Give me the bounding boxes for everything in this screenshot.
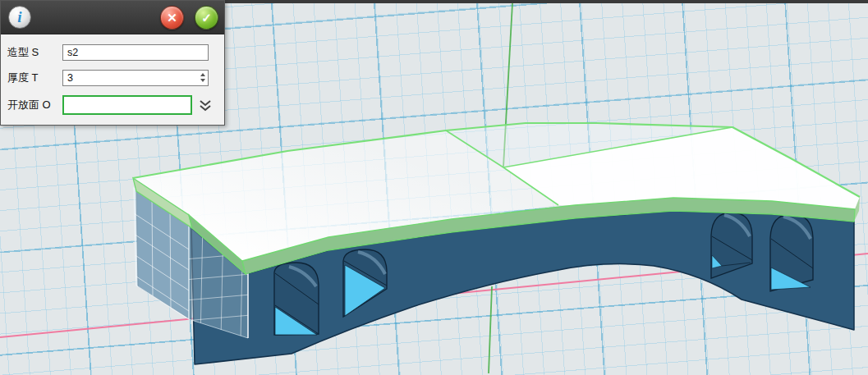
dialog-body: 造型 S s2 厚度 T 3 开放面 O bbox=[1, 34, 224, 125]
thickness-spinner[interactable] bbox=[200, 73, 205, 82]
spin-up-icon[interactable] bbox=[200, 73, 205, 76]
open-face-row: 开放面 O bbox=[7, 95, 218, 115]
thickness-row: 厚度 T 3 bbox=[7, 70, 218, 86]
thickness-value: 3 bbox=[67, 72, 73, 84]
dialog-title-bar: i ✕ ✓ bbox=[1, 1, 224, 34]
shape-value: s2 bbox=[67, 47, 78, 58]
info-icon[interactable]: i bbox=[8, 6, 31, 29]
arch-window-4[interactable] bbox=[770, 214, 813, 291]
shape-label: 造型 S bbox=[7, 45, 62, 60]
expand-chevron-icon[interactable] bbox=[199, 99, 212, 112]
shell-options-dialog: i ✕ ✓ 造型 S s2 厚度 T 3 bbox=[0, 0, 225, 126]
cancel-button[interactable]: ✕ bbox=[160, 6, 184, 30]
arch-window-1[interactable] bbox=[274, 263, 319, 335]
viewport-3d[interactable]: i ✕ ✓ 造型 S s2 厚度 T 3 bbox=[0, 0, 868, 375]
open-face-label: 开放面 O bbox=[7, 98, 62, 112]
spin-down-icon[interactable] bbox=[200, 79, 205, 82]
open-face-input[interactable] bbox=[62, 95, 192, 115]
thickness-input[interactable]: 3 bbox=[62, 70, 209, 86]
shape-row: 造型 S s2 bbox=[7, 44, 218, 61]
confirm-button[interactable]: ✓ bbox=[195, 6, 218, 30]
shape-input[interactable]: s2 bbox=[62, 44, 209, 61]
bridge-model[interactable] bbox=[131, 123, 860, 364]
thickness-label: 厚度 T bbox=[7, 71, 62, 85]
